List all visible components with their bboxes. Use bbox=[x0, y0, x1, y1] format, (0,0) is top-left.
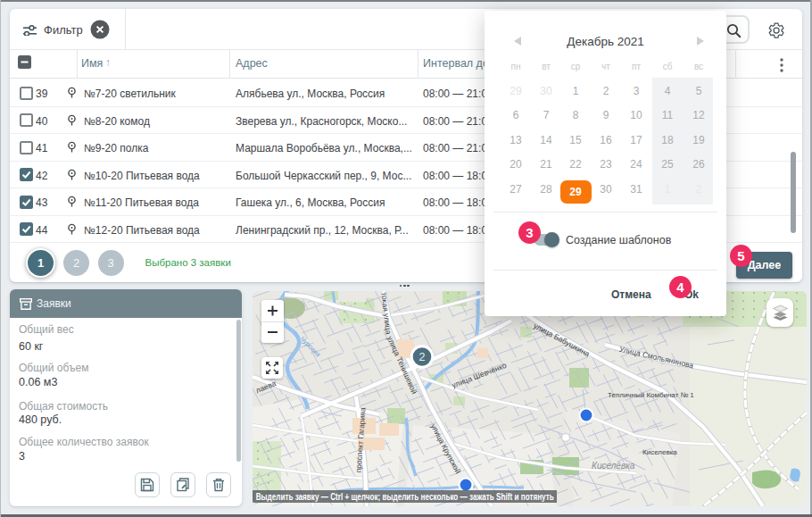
svg-text:2: 2 bbox=[419, 351, 426, 363]
svg-text:Тепличный Комбинат № 1: Тепличный Комбинат № 1 bbox=[608, 391, 694, 399]
svg-text:Киселёвка: Киселёвка bbox=[592, 461, 635, 471]
svg-text:Киселевка: Киселевка bbox=[642, 448, 677, 456]
